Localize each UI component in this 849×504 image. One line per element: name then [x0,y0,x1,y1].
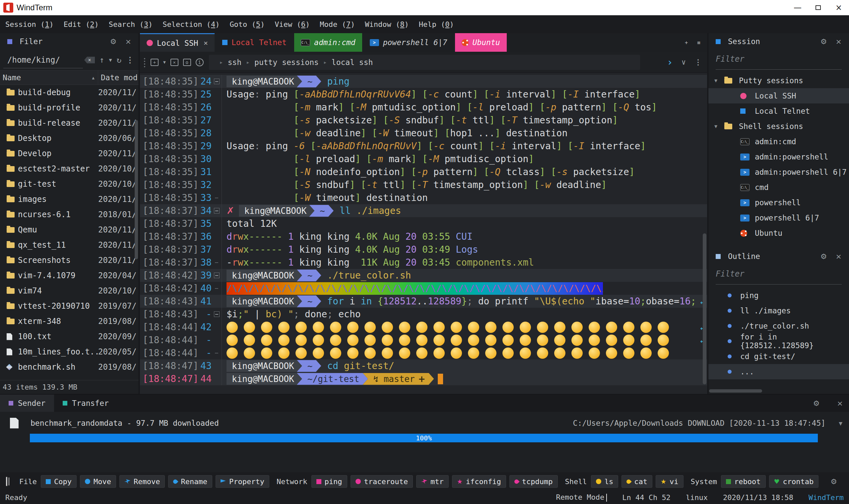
session-item-local-ssh[interactable]: Local SSH [708,88,849,104]
breadcrumb[interactable]: ▸ssh▸putty sessions▸local ssh [209,55,640,70]
session-item-powershell-6-7[interactable]: >powershell 6|7 [708,210,849,226]
session-item-cmd[interactable]: C:\_cmd [708,180,849,195]
outline-settings-gear-icon[interactable]: ⚙ [820,252,827,260]
quickbar-button-ifconfig[interactable]: ★ifconfig [452,475,506,488]
column-date-modified[interactable]: Date mod [98,73,139,82]
new-session-icon[interactable]: + [150,59,159,66]
tab-local-telnet[interactable]: Local Telnet [216,33,293,52]
file-row[interactable]: 10m_lines_foo.t..2020/05/ [0,344,139,359]
terminal-screen[interactable]: [18:48:35]24king@MACBOOK~ping[18:48:35]2… [140,73,707,394]
breadcrumb-item[interactable]: local ssh [332,58,373,67]
new-session-dropdown-icon[interactable]: ▼ [163,60,166,65]
file-row[interactable]: vim742020/10/ [0,283,139,299]
menu-item-search[interactable]: Search (3) [109,20,152,29]
session-item-ubuntu[interactable]: Ubuntu [708,226,849,241]
terminal-line[interactable]: [18:48:42]40/\/\/\/\/\/\/\/\/\/\/\/\/\/\… [140,282,707,295]
terminal-line[interactable]: [18:48:35]31 [-N nodeinfo_option] [-p pa… [140,165,707,178]
terminal-scrollbar[interactable] [703,233,706,384]
run-chevron-icon[interactable]: › [667,56,673,68]
session-item-admin-powershell[interactable]: >admin:powershell [708,149,849,164]
outline-horizontal-scrollbar[interactable] [709,389,762,393]
quickbar-button-traceroute[interactable]: traceroute [350,475,413,488]
session-item-local-telnet[interactable]: Local Telnet [708,104,849,119]
session-folder-shell-sessions[interactable]: ▼Shell sessions [708,119,849,134]
file-row[interactable]: Qemu2020/11/ [0,222,139,237]
breadcrumb-item[interactable]: ssh [228,58,242,67]
toolbar-more-icon[interactable]: ⋮ [694,58,702,66]
terminal-line[interactable]: [18:48:37]35total 12K [140,217,707,230]
file-row[interactable]: images2020/11/ [0,192,139,207]
terminal-line[interactable]: [18:48:37]38-rwx------ 1 king king 11K A… [140,256,707,269]
terminal-line[interactable]: [18:48:35]33 [-W timeout] destination [140,191,707,204]
tab-admin-cmd[interactable]: C:\_admin:cmd [294,33,362,52]
transfer-settings-gear-icon[interactable]: ⚙ [813,399,820,408]
breadcrumb-item[interactable]: putty sessions [254,58,319,67]
transfer-dropdown-icon[interactable]: ▼ [839,420,842,427]
session-filter-input[interactable]: Filter [716,54,842,70]
outline-item[interactable]: cd git-test/ [708,349,849,364]
menu-item-selection[interactable]: Selection (4) [163,20,219,29]
file-row[interactable]: build-debug2020/11/ [0,85,139,100]
session-close-icon[interactable]: × [836,37,842,46]
terminal-line[interactable]: [18:48:42]39king@MACBOOK~./true_color.sh [140,269,707,282]
tab-powershell-6-7[interactable]: >powershell 6|7 [363,33,454,52]
quickbar-button-rename[interactable]: Rename [168,475,212,488]
terminal-line[interactable]: [18:48:37]36drwx------ 1 king king 4.0K … [140,230,707,243]
minimize-button[interactable]: — [787,0,808,15]
outline-filter-input[interactable]: Filter [716,269,842,285]
status-mode[interactable]: Remote Mode [556,493,607,502]
fold-marker[interactable] [212,269,221,282]
file-row[interactable]: xterm-3482019/08/ [0,314,139,329]
filer-settings-gear-icon[interactable]: ⚙ [110,37,117,46]
terminal-line[interactable]: [18:48:35]27 [-s packetsize] [-S sndbuf]… [140,114,707,127]
terminal-line[interactable]: [18:48:35]28 [-w deadline] [-W timeout] … [140,127,707,140]
outline-close-icon[interactable]: × [836,252,842,260]
terminal-line[interactable]: [18:48:47]44king@MACBOOK~/git-test↯ mast… [140,372,707,385]
tree-expand-icon[interactable]: ▼ [715,77,724,84]
session-item-admin-cmd[interactable]: C:\_admin:cmd [708,134,849,149]
quickbar-button-copy[interactable]: Copy [41,475,77,488]
file-row[interactable]: vttest-201907102019/07/ [0,299,139,314]
status-datetime[interactable]: 2020/11/13 18:58 [723,493,793,502]
outline-item[interactable]: ll ./images [708,303,849,318]
session-info-icon[interactable]: i [196,58,204,66]
terminal-line[interactable]: [18:48:43]-$i;" | bc) "; done; echo [140,308,707,321]
maximize-button[interactable] [808,0,828,15]
terminal-line[interactable]: [18:48:35]32 [-S sndbuf] [-t ttl] [-T ti… [140,178,707,191]
tab-list-menu-icon[interactable]: ≡ [697,39,700,46]
file-row[interactable]: Screenshots2020/11/ [0,253,139,268]
status-cursor-position[interactable]: Ln 44 Ch 52 [622,493,671,502]
terminal-line[interactable]: [18:48:44]42😀😁😂😃😄😅😆😇😈😉😊😋😌😍😎😏😐😑😒😓😔😕😖😗😘😙↵ [140,321,707,334]
filer-path-input[interactable]: /home/king/ [7,55,79,65]
fold-collapse-icon[interactable] [214,311,219,317]
filer-more-icon[interactable]: ⋮ [126,55,134,65]
fold-collapse-icon[interactable] [214,273,219,278]
file-row[interactable]: vim-7.4.10792020/04/ [0,268,139,283]
terminal-line[interactable]: [18:48:37]34✗king@MACBOOK~ll ./images [140,204,707,217]
file-row[interactable]: build-release2020/11/ [0,115,139,131]
session-folder-putty-sessions[interactable]: ▼Putty sessions [708,73,849,88]
quickbar-panel-icon[interactable] [6,477,7,486]
outline-item[interactable]: for i in {128512..128589} [708,334,849,349]
quickbar-settings-gear-icon[interactable]: ⚙ [830,478,837,486]
transfer-tab-transfer[interactable]: Transfer [54,395,118,412]
toolbar-grip-handle[interactable] [143,57,146,67]
fold-marker[interactable] [212,308,221,321]
session-settings-gear-icon[interactable]: ⚙ [820,37,827,46]
column-name[interactable]: Name ▲ [0,73,98,82]
tab-local-ssh[interactable]: Local SSH× [140,33,215,52]
file-row[interactable]: benchmark.sh2019/08/ [0,359,139,375]
menu-item-help[interactable]: Help (0) [419,20,454,29]
file-row[interactable]: Develop2020/11/ [0,146,139,161]
status-brand[interactable]: WindTerm [809,493,844,502]
session-item-powershell[interactable]: >powershell [708,195,849,210]
quickbar-button-remove[interactable]: Remove [120,475,165,488]
quickbar-button-mtr[interactable]: mtr [416,475,449,488]
terminal-line[interactable]: [18:48:35]29Usage: ping -6 [-aAbBdDfhLnO… [140,140,707,152]
quickbar-button-tcpdump[interactable]: tcpdump [509,475,558,488]
quickbar-button-cat[interactable]: cat [621,475,652,488]
transfer-tab-sender[interactable]: Sender [0,395,54,412]
transfer-close-icon[interactable]: × [837,399,843,408]
quickbar-button-reboot[interactable]: reboot [721,475,765,488]
quickbar-button-move[interactable]: Move [80,475,116,488]
